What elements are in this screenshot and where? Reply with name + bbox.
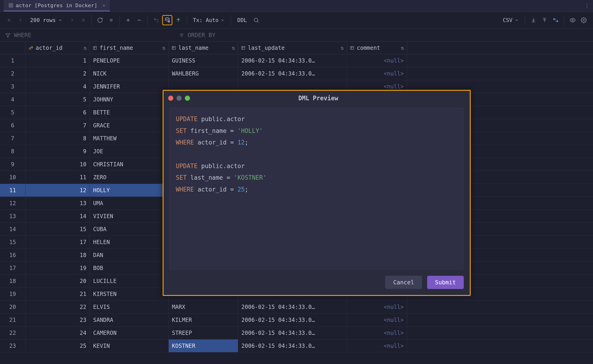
where-filter[interactable]: WHERE [0,29,175,41]
window-maximize-icon[interactable] [185,96,190,101]
submit-icon[interactable] [173,15,183,25]
reload-icon[interactable] [95,15,105,25]
cell-first-name[interactable]: KIRSTEN [90,288,169,300]
row-number[interactable]: 6 [0,119,26,132]
cell-actor-id[interactable]: 23 [26,313,90,326]
col-actor-id[interactable]: actor_id ⇅ [26,42,90,54]
ddl-button[interactable]: DDL [234,17,250,23]
cell-first-name[interactable]: CHRISTIAN [90,158,169,171]
cell-last-update[interactable]: 2006-02-15 04:34:33.0… [238,313,347,326]
cell-actor-id[interactable]: 10 [26,158,90,171]
row-number[interactable]: 16 [0,249,26,261]
cell-actor-id[interactable]: 4 [26,80,90,93]
cell-actor-id[interactable]: 11 [26,171,90,184]
cell-actor-id[interactable]: 9 [26,145,90,158]
last-page-icon[interactable] [78,15,88,25]
row-number[interactable]: 14 [0,223,26,235]
compare-icon[interactable] [551,15,561,25]
row-number[interactable]: 8 [0,145,26,158]
remove-row-icon[interactable] [134,15,144,25]
cell-actor-id[interactable]: 1 [26,54,90,67]
cell-first-name[interactable]: CUBA [90,223,169,235]
col-comment[interactable]: comment ⇅ [347,42,407,54]
cell-actor-id[interactable]: 15 [26,223,90,235]
row-number[interactable]: 3 [0,80,26,93]
cell-first-name[interactable]: UMA [90,197,169,209]
cell-first-name[interactable]: JOHNNY [90,93,169,106]
cell-actor-id[interactable]: 6 [26,106,90,119]
sql-preview[interactable]: UPDATE public.actor SET first_name = 'HO… [169,108,464,269]
cell-last-update[interactable]: 2006-02-15 04:34:33.0… [238,339,347,352]
cell-first-name[interactable]: MATTHEW [90,132,169,145]
row-number[interactable]: 12 [0,197,26,209]
row-number[interactable]: 10 [0,171,26,184]
row-gutter-header[interactable] [0,42,26,54]
cell-last-name[interactable]: WAHLBERG [169,67,238,80]
window-close-icon[interactable] [168,96,173,101]
cell-actor-id[interactable]: 13 [26,197,90,209]
add-row-icon[interactable] [123,15,133,25]
cell-actor-id[interactable]: 17 [26,236,90,248]
sort-icon[interactable]: ⇅ [341,45,344,51]
cell-actor-id[interactable]: 8 [26,132,90,145]
close-icon[interactable]: ✕ [102,3,105,8]
window-minimize-icon[interactable] [176,96,182,101]
eye-icon[interactable] [567,15,578,25]
table-row[interactable]: 22NICKWAHLBERG2006-02-15 04:34:33.0…<nul… [0,67,593,80]
cell-first-name[interactable]: KEVIN [90,339,169,352]
revert-icon[interactable] [151,15,161,25]
dialog-titlebar[interactable]: DML Preview [163,91,470,106]
prev-page-icon[interactable] [15,15,26,25]
row-number[interactable]: 20 [0,300,26,313]
cell-first-name[interactable]: LUCILLE [90,275,169,287]
table-row[interactable]: 11PENELOPEGUINESS2006-02-15 04:34:33.0…<… [0,54,593,67]
cell-first-name[interactable]: VIVIEN [90,210,169,222]
row-number[interactable]: 1 [0,54,26,67]
stop-icon[interactable] [106,15,116,25]
sort-icon[interactable]: ⇅ [84,45,87,51]
cell-last-name[interactable]: STREEP [169,326,238,339]
cancel-button[interactable]: Cancel [385,276,422,289]
cell-actor-id[interactable]: 7 [26,119,90,132]
cell-last-name[interactable]: KOSTNER [169,339,238,352]
cell-first-name[interactable]: ZERO [90,171,169,184]
cell-first-name[interactable]: ELVIS [90,300,169,313]
row-number[interactable]: 17 [0,262,26,274]
sort-icon[interactable]: ⇅ [232,45,235,51]
rows-selector[interactable]: 200 rows [26,17,66,23]
submit-button[interactable]: Submit [427,276,464,289]
row-number[interactable]: 4 [0,93,26,106]
cell-actor-id[interactable]: 20 [26,275,90,287]
orderby-filter[interactable]: ORDER BY [175,29,215,41]
col-last-name[interactable]: last_name ⇅ [169,42,238,54]
cell-last-name[interactable]: KILMER [169,313,238,326]
table-row[interactable]: 2325KEVINKOSTNER2006-02-15 04:34:33.0…<n… [0,339,593,352]
tx-mode[interactable]: Tx: Auto [190,17,228,23]
cell-actor-id[interactable]: 21 [26,288,90,300]
cell-last-name[interactable]: GUINESS [169,54,238,67]
row-number[interactable]: 11 [0,184,26,197]
row-number[interactable]: 22 [0,326,26,339]
cell-comment[interactable]: <null> [347,326,407,339]
cell-first-name[interactable]: JENNIFER [90,80,169,93]
cell-comment[interactable]: <null> [347,339,407,352]
row-number[interactable]: 2 [0,67,26,80]
col-last-update[interactable]: last_update ⇅ [238,42,347,54]
sort-icon[interactable]: ⇅ [162,45,166,51]
next-page-icon[interactable] [67,15,77,25]
table-row[interactable]: 2224CAMERONSTREEP2006-02-15 04:34:33.0…<… [0,326,593,339]
cell-first-name[interactable]: JOE [90,145,169,158]
cell-last-update[interactable]: 2006-02-15 04:34:33.0… [238,54,347,67]
cell-last-name[interactable]: MARX [169,300,238,313]
tab-actor[interactable]: actor [Postgres in Docker] ✕ [4,0,110,11]
export-format[interactable]: CSV [500,17,522,23]
cell-first-name[interactable]: BOB [90,262,169,274]
row-number[interactable]: 23 [0,339,26,352]
cell-comment[interactable]: <null> [347,67,407,80]
cell-first-name[interactable]: SANDRA [90,313,169,326]
row-number[interactable]: 5 [0,106,26,119]
cell-first-name[interactable]: GRACE [90,119,169,132]
table-row[interactable]: 2123SANDRAKILMER2006-02-15 04:34:33.0…<n… [0,313,593,326]
more-icon[interactable]: ⋮ [584,3,590,9]
cell-first-name[interactable]: HOLLY [90,184,169,197]
